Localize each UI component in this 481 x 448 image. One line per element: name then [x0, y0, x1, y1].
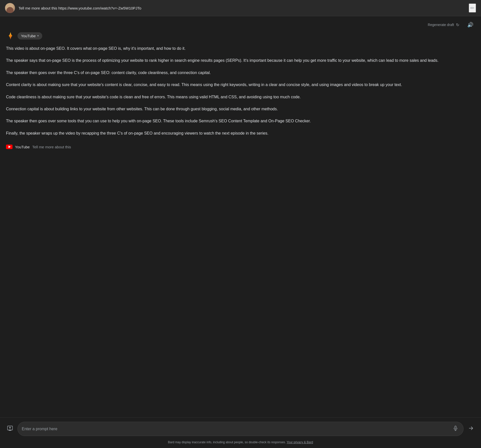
chevron-down-icon: ▾ [37, 34, 39, 38]
send-icon [468, 425, 474, 431]
disclaimer: Bard may display inaccurate info, includ… [0, 438, 481, 448]
avatar [5, 3, 15, 13]
image-upload-icon [7, 425, 13, 431]
youtube-play-icon [8, 146, 11, 148]
disclaimer-text: Bard may display inaccurate info, includ… [168, 440, 286, 444]
regenerate-label: Regenerate draft [428, 23, 454, 27]
input-row [5, 422, 476, 436]
input-area [0, 417, 481, 438]
response-paragraph-4: Content clarity is about making sure tha… [6, 82, 475, 88]
source-badge-row: YouTube ▾ [6, 31, 475, 40]
youtube-icon [6, 145, 12, 149]
header-title: Tell me more about this https://www.yout… [18, 6, 465, 10]
refresh-icon: ↻ [456, 23, 459, 27]
microphone-button[interactable] [452, 424, 459, 433]
content-area: Regenerate draft ↻ 🔊 YouTube [0, 16, 481, 417]
microphone-icon [453, 425, 458, 431]
volume-button[interactable]: 🔊 [466, 20, 475, 29]
privacy-link[interactable]: Your privacy & Bard [287, 440, 313, 444]
svg-rect-2 [455, 426, 456, 428]
image-upload-button[interactable] [5, 423, 15, 435]
response-paragraph-6: Connection capital is about building lin… [6, 106, 475, 112]
response-paragraph-1: This video is about on-page SEO. It cove… [6, 45, 475, 52]
header: Tell me more about this https://www.yout… [0, 0, 481, 16]
edit-button[interactable]: ✏ [469, 4, 476, 13]
source-pill-label: YouTube [21, 34, 36, 38]
source-ref-brand: YouTube [15, 145, 30, 149]
response-paragraph-2: The speaker says that on-page SEO is the… [6, 57, 475, 64]
response-paragraph-5: Code cleanliness is about making sure th… [6, 94, 475, 100]
response-paragraph-3: The speaker then goes over the three C's… [6, 70, 475, 76]
prompt-input[interactable] [22, 427, 449, 431]
response-container: YouTube ▾ This video is about on-page SE… [0, 31, 481, 155]
source-pill-button[interactable]: YouTube ▾ [18, 32, 42, 40]
gemini-star-icon [6, 31, 15, 40]
top-bar: Regenerate draft ↻ 🔊 [0, 16, 481, 31]
source-reference: YouTube Tell me more about this [6, 143, 475, 149]
response-paragraph-7: The speaker then goes over some tools th… [6, 118, 475, 124]
response-paragraph-8: Finally, the speaker wraps up the video … [6, 130, 475, 137]
response-text: This video is about on-page SEO. It cove… [6, 45, 475, 137]
source-ref-link[interactable]: Tell me more about this [32, 145, 71, 149]
regenerate-button[interactable]: Regenerate draft ↻ [425, 21, 462, 29]
send-button[interactable] [466, 423, 476, 435]
input-pill [18, 422, 464, 436]
